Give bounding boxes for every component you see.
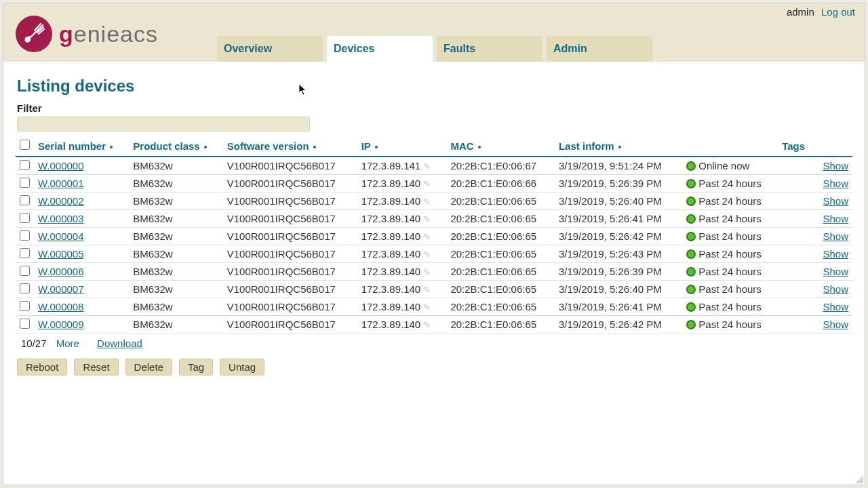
resize-grip-icon[interactable] <box>854 474 863 483</box>
col-ip[interactable]: IP <box>357 137 447 157</box>
tab-devices[interactable]: Devices <box>327 36 433 62</box>
row-checkbox[interactable] <box>20 248 30 258</box>
cell-ip: 172.3.89.141✎ <box>357 157 447 175</box>
cell-tags <box>778 263 814 281</box>
cell-mac: 20:2B:C1:E0:06:65 <box>446 245 555 263</box>
row-checkbox[interactable] <box>20 283 30 293</box>
cell-mac: 20:2B:C1:E0:06:67 <box>446 157 555 175</box>
cell-ip: 172.3.89.140✎ <box>357 316 447 333</box>
show-link[interactable]: Show <box>823 178 848 189</box>
row-checkbox[interactable] <box>20 301 30 311</box>
brand-text: genieacs <box>59 21 158 47</box>
filter-label: Filter <box>17 102 852 114</box>
serial-link[interactable]: W.000003 <box>38 213 84 224</box>
cell-ip: 172.3.89.140✎ <box>357 175 447 192</box>
cell-tags <box>778 298 814 316</box>
ping-icon[interactable]: ✎ <box>423 161 431 171</box>
ping-icon[interactable]: ✎ <box>423 232 431 242</box>
show-link[interactable]: Show <box>823 213 848 224</box>
show-link[interactable]: Show <box>823 283 848 295</box>
show-link[interactable]: Show <box>823 319 848 330</box>
cell-mac: 20:2B:C1:E0:06:65 <box>446 210 555 228</box>
table-row: W.000002BM632wV100R001IRQC56B017172.3.89… <box>16 192 852 210</box>
tag-button[interactable]: Tag <box>179 359 213 375</box>
cell-mac: 20:2B:C1:E0:06:65 <box>446 192 555 210</box>
col-serial[interactable]: Serial number <box>34 137 129 157</box>
row-checkbox[interactable] <box>20 266 30 276</box>
brand-logo[interactable]: genieacs <box>16 16 158 52</box>
serial-link[interactable]: W.000006 <box>38 266 84 277</box>
show-link[interactable]: Show <box>823 230 848 242</box>
show-link[interactable]: Show <box>823 160 848 171</box>
ping-icon[interactable]: ✎ <box>423 214 431 224</box>
row-checkbox[interactable] <box>20 319 30 329</box>
col-software[interactable]: Software version <box>223 137 357 157</box>
cell-product: BM632w <box>129 281 222 298</box>
row-checkbox[interactable] <box>20 195 30 205</box>
tab-admin[interactable]: Admin <box>547 36 652 62</box>
col-product[interactable]: Product class <box>129 137 222 157</box>
cell-software: V100R001IRQC56B017 <box>223 298 357 316</box>
ping-icon[interactable]: ✎ <box>423 285 431 295</box>
ping-icon[interactable]: ✎ <box>423 249 431 260</box>
ping-icon[interactable]: ✎ <box>423 197 431 207</box>
cell-ip: 172.3.89.140✎ <box>357 245 447 263</box>
cell-tags <box>778 210 814 228</box>
ping-icon[interactable]: ✎ <box>423 179 431 189</box>
cell-software: V100R001IRQC56B017 <box>223 263 357 281</box>
status-dot-icon <box>686 249 696 259</box>
cell-status: Past 24 hours <box>682 316 778 333</box>
serial-link[interactable]: W.000004 <box>38 230 84 242</box>
serial-link[interactable]: W.000009 <box>38 319 84 330</box>
cell-tags <box>778 157 814 175</box>
status-dot-icon <box>686 179 696 188</box>
table-row: W.000009BM632wV100R001IRQC56B017172.3.89… <box>16 316 852 333</box>
cell-mac: 20:2B:C1:E0:06:65 <box>446 263 555 281</box>
cell-lastinform: 3/19/2019, 9:51:24 PM <box>555 157 682 175</box>
reset-button[interactable]: Reset <box>74 359 118 375</box>
show-link[interactable]: Show <box>823 195 848 207</box>
ping-icon[interactable]: ✎ <box>423 302 431 312</box>
more-link[interactable]: More <box>56 338 79 349</box>
cell-product: BM632w <box>129 192 222 210</box>
show-link[interactable]: Show <box>823 248 848 260</box>
ping-icon[interactable]: ✎ <box>423 320 431 330</box>
show-link[interactable]: Show <box>823 301 848 312</box>
show-link[interactable]: Show <box>823 266 848 277</box>
cell-product: BM632w <box>129 316 222 333</box>
col-tags[interactable]: Tags <box>778 137 814 157</box>
untag-button[interactable]: Untag <box>220 359 264 375</box>
cell-tags <box>778 316 814 333</box>
delete-button[interactable]: Delete <box>125 359 172 375</box>
cell-tags <box>778 281 814 298</box>
row-checkbox[interactable] <box>20 160 30 170</box>
col-lastinform[interactable]: Last inform <box>555 137 682 157</box>
download-link[interactable]: Download <box>97 338 142 349</box>
tab-overview[interactable]: Overview <box>217 36 323 62</box>
serial-link[interactable]: W.000001 <box>38 178 84 189</box>
cell-lastinform: 3/19/2019, 5:26:40 PM <box>555 281 682 298</box>
cell-product: BM632w <box>129 298 222 316</box>
select-all-checkbox[interactable] <box>20 140 30 150</box>
row-checkbox[interactable] <box>20 178 30 188</box>
row-checkbox[interactable] <box>20 230 30 241</box>
tab-faults[interactable]: Faults <box>437 36 542 62</box>
table-row: W.000004BM632wV100R001IRQC56B017172.3.89… <box>16 228 852 245</box>
serial-link[interactable]: W.000000 <box>38 160 84 171</box>
table-row: W.000001BM632wV100R001IRQC56B017172.3.89… <box>16 175 852 192</box>
cell-status: Past 24 hours <box>682 228 778 245</box>
cell-lastinform: 3/19/2019, 5:26:39 PM <box>555 175 682 192</box>
row-checkbox[interactable] <box>20 213 30 223</box>
serial-link[interactable]: W.000008 <box>38 301 84 312</box>
status-dot-icon <box>686 302 696 312</box>
reboot-button[interactable]: Reboot <box>17 359 67 375</box>
cell-lastinform: 3/19/2019, 5:26:42 PM <box>555 316 682 333</box>
logout-link[interactable]: Log out <box>821 6 855 18</box>
col-mac[interactable]: MAC <box>446 137 555 157</box>
serial-link[interactable]: W.000002 <box>38 195 84 207</box>
serial-link[interactable]: W.000005 <box>38 248 84 260</box>
ping-icon[interactable]: ✎ <box>423 267 431 277</box>
serial-link[interactable]: W.000007 <box>38 283 84 295</box>
filter-input[interactable] <box>17 117 310 131</box>
cell-status: Past 24 hours <box>682 298 778 316</box>
